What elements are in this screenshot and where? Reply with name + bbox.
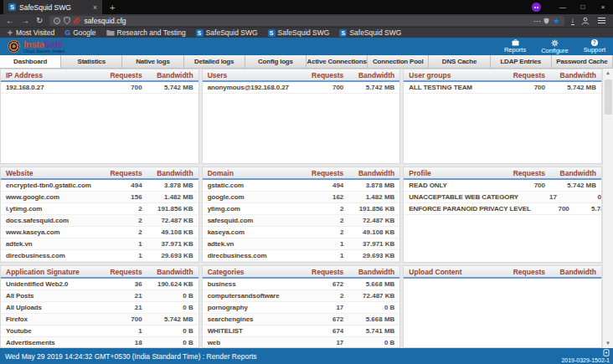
table-row[interactable]: Unidentified Web2.036190.624 KB — [1, 279, 198, 290]
column-header-bandwidth[interactable]: Bandwidth — [545, 71, 596, 79]
table-row[interactable]: safebrowsing.googleapis.com21.365 KB — [1, 262, 198, 263]
table-row[interactable]: UNACCEPTABLE WEB CATEGORY170 B — [404, 192, 601, 203]
column-header-bandwidth[interactable]: Bandwidth — [545, 268, 596, 276]
column-header-requests[interactable]: Requests — [507, 169, 545, 177]
table-row[interactable]: All Posts210 B — [1, 290, 198, 302]
table-row[interactable]: READ ONLY7005.742 MB — [404, 180, 601, 192]
page-info-icon[interactable]: i — [54, 18, 60, 24]
scroll-up-icon[interactable]: ▲ — [605, 70, 610, 76]
column-header-bandwidth[interactable]: Bandwidth — [545, 169, 596, 177]
column-header-requests[interactable]: Requests — [104, 268, 142, 276]
table-row[interactable]: searchengines6725.668 MB — [203, 314, 400, 326]
column-header-bandwidth[interactable]: Bandwidth — [343, 169, 394, 177]
bookmark-star-icon[interactable]: ★ — [553, 17, 559, 25]
back-icon[interactable]: ← — [6, 17, 14, 25]
account-icon[interactable] — [581, 17, 590, 25]
table-row[interactable]: Firefox7005.742 MB — [1, 314, 198, 326]
bookmark-folder-research[interactable]: Research and Testing — [106, 28, 186, 37]
column-header-requests[interactable]: Requests — [507, 268, 545, 276]
table-row[interactable]: Youtube10 B — [1, 326, 198, 337]
report-file-icon[interactable] — [603, 349, 610, 356]
table-row[interactable]: WHITELIST6745.741 MB — [203, 326, 400, 337]
table-row[interactable]: docs.safesquid.com272.487 KB — [1, 215, 198, 227]
table-row[interactable]: pornography170 B — [203, 302, 400, 314]
column-header-bandwidth[interactable]: Bandwidth — [142, 169, 193, 177]
nav-tab[interactable]: Connection Pool — [368, 55, 429, 68]
table-row[interactable]: google.com1621.482 MB — [203, 192, 400, 203]
column-header-requests[interactable]: Requests — [507, 71, 545, 79]
proxy-indicator-icon[interactable] — [74, 18, 80, 24]
table-row[interactable]: i.ytimg.com2191.856 KB — [1, 203, 198, 215]
table-row[interactable]: ALL TESTING TEAM7005.742 MB — [404, 82, 601, 94]
browser-toolbar: ← → ↻ i safesquid.cfg ⋯ ★ ↓ — [0, 14, 613, 27]
bookmark-google[interactable]: G Google — [64, 28, 95, 37]
table-row[interactable]: gstatic.com4943.878 MB — [203, 180, 400, 192]
table-row[interactable]: web170 B — [203, 337, 400, 348]
new-tab-button[interactable]: + — [110, 3, 115, 12]
shield-icon[interactable] — [543, 18, 549, 24]
downloads-icon[interactable]: ↓ — [571, 17, 575, 25]
table-row[interactable]: ytimg.com2191.856 KB — [203, 203, 400, 215]
page-actions-icon[interactable]: ⋯ — [533, 17, 541, 25]
table-row[interactable]: Advertisements180 B — [1, 337, 198, 348]
table-row[interactable]: www.kaseya.com249.108 KB — [1, 227, 198, 238]
column-header-requests[interactable]: Requests — [305, 71, 343, 79]
support-button[interactable]: ? Support — [584, 39, 605, 54]
column-header-bandwidth[interactable]: Bandwidth — [142, 268, 193, 276]
nav-tab[interactable]: Detailed logs — [184, 55, 245, 68]
bookmark-safesquid-1[interactable]: S SafeSquid SWG — [196, 28, 258, 37]
column-header-bandwidth[interactable]: Bandwidth — [142, 71, 193, 79]
nav-tab[interactable]: LDAP Entries — [491, 55, 552, 68]
tracking-protection-icon[interactable] — [64, 17, 70, 24]
column-header-requests[interactable]: Requests — [104, 169, 142, 177]
table-row[interactable]: direcbusiness.com129.693 KB — [203, 250, 400, 262]
table-row[interactable]: anonymous@192.168.0.277005.742 MB — [203, 82, 400, 94]
table-row[interactable]: kaseya.com249.108 KB — [203, 227, 400, 238]
table-row[interactable]: All Uploads210 B — [1, 302, 198, 314]
tab-close-icon[interactable]: × — [93, 3, 97, 12]
browser-tab[interactable]: S SafeSquid SWG × — [3, 0, 102, 14]
reload-icon[interactable]: ↻ — [36, 17, 43, 25]
table-row[interactable]: safesquid.com272.487 KB — [203, 215, 400, 227]
vertical-scrollbar[interactable]: ▲ ▼ — [602, 69, 613, 348]
close-button[interactable]: × — [593, 3, 613, 11]
url-text[interactable]: safesquid.cfg — [84, 17, 126, 25]
table-row[interactable]: ENFORCE PARANOID PRIVACY LEVEL7005.742 M… — [404, 203, 601, 215]
table-row[interactable]: adtek.vn137.971 KB — [203, 238, 400, 250]
url-bar[interactable]: i safesquid.cfg ⋯ ★ — [49, 16, 564, 26]
bookmark-most-visited[interactable]: Most Visited — [7, 28, 54, 37]
column-header-requests[interactable]: Requests — [305, 169, 343, 177]
table-row[interactable]: adtek.vn137.971 KB — [1, 238, 198, 250]
row-bandwidth: 1.482 MB — [142, 193, 193, 201]
table-row[interactable]: safebrowsing.googleapis.com21.365 KB — [203, 262, 400, 263]
reports-button[interactable]: Reports — [504, 39, 526, 54]
scrollbar-thumb[interactable] — [605, 79, 612, 115]
nav-tab[interactable]: Native logs — [122, 55, 183, 68]
nav-tab[interactable]: Dashboard — [0, 55, 61, 68]
table-row[interactable]: computersandsoftware272.487 KB — [203, 290, 400, 302]
column-header-requests[interactable]: Requests — [104, 71, 142, 79]
scroll-down-icon[interactable]: ▼ — [605, 341, 610, 346]
table-row[interactable]: www.google.com1561.482 MB — [1, 192, 198, 203]
table-row[interactable]: business6725.668 MB — [203, 279, 400, 290]
row-name: ytimg.com — [208, 205, 306, 213]
nav-tab[interactable]: DNS Cache — [429, 55, 490, 68]
forward-icon[interactable]: → — [21, 17, 29, 25]
extension-badge-icon[interactable] — [532, 3, 541, 12]
configure-button[interactable]: Configure — [541, 39, 569, 54]
column-header-requests[interactable]: Requests — [305, 268, 343, 276]
bookmark-safesquid-3[interactable]: S SafeSquid SWG — [339, 28, 401, 37]
bookmark-safesquid-2[interactable]: S SafeSquid SWG — [268, 28, 330, 37]
maximize-button[interactable]: □ — [573, 3, 593, 11]
nav-tab[interactable]: Statistics — [61, 55, 122, 68]
nav-tab[interactable]: Active Connections — [306, 55, 368, 68]
table-row[interactable]: direcbusiness.com129.693 KB — [1, 250, 198, 262]
minimize-button[interactable]: — — [553, 3, 573, 11]
column-header-bandwidth[interactable]: Bandwidth — [343, 71, 394, 79]
nav-tab[interactable]: Config logs — [245, 55, 306, 68]
table-row[interactable]: encrypted-tbn0.gstatic.com4943.878 MB — [1, 180, 198, 192]
column-header-bandwidth[interactable]: Bandwidth — [343, 268, 394, 276]
menu-icon[interactable] — [598, 20, 605, 21]
table-row[interactable]: 192.168.0.277005.742 MB — [1, 82, 198, 94]
nav-tab[interactable]: Password Cache — [552, 55, 613, 68]
